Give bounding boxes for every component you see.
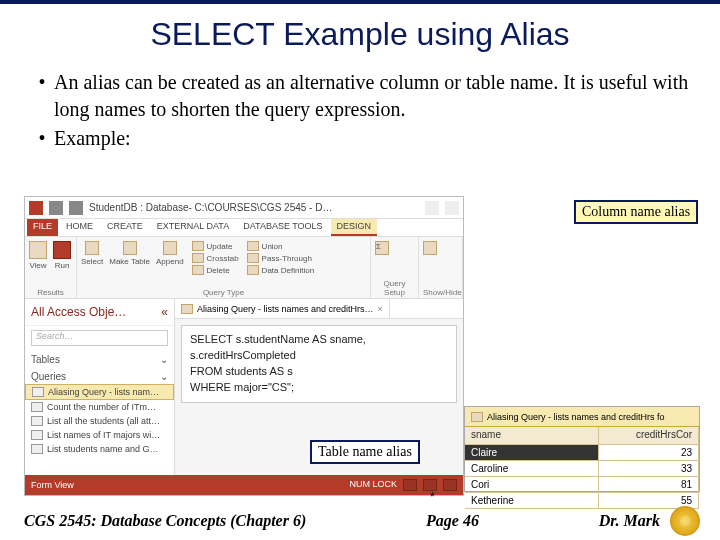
bullet-text: Example:: [54, 125, 690, 152]
result-header-row: sname creditHrsCor: [465, 427, 699, 445]
window-title: StudentDB : Database- C:\COURSES\CGS 254…: [89, 202, 419, 213]
callout-table-alias: Table name alias: [310, 440, 420, 464]
app-icon: [29, 201, 43, 215]
nav-item[interactable]: List names of IT majors wi…: [25, 428, 174, 442]
ribbon-run-button[interactable]: Run: [53, 241, 71, 270]
status-view-mode: Form View: [31, 480, 74, 490]
ribbon-datadef-button[interactable]: Data Definition: [247, 265, 314, 275]
ribbon-group-results: Results: [29, 288, 72, 297]
sql-editor[interactable]: SELECT s.studentName AS sname, s.creditH…: [181, 325, 457, 403]
ribbon-group-query-setup: Query Setup: [375, 279, 414, 297]
result-tab-label: Aliasing Query - lists names and creditH…: [487, 412, 665, 422]
footer-author: Dr. Mark: [599, 512, 660, 530]
sql-line: FROM students AS s: [190, 364, 448, 380]
chevron-down-icon: ⌄: [160, 371, 168, 382]
cell-name: Caroline: [465, 461, 599, 477]
bullet-item: • An alias can be created as an alternat…: [30, 69, 690, 123]
ucf-logo-icon: [670, 506, 700, 536]
result-datasheet: Aliasing Query - lists names and creditH…: [464, 406, 700, 492]
ribbon-crosstab-button[interactable]: Crosstab: [192, 253, 239, 263]
chevron-down-icon: ⌄: [160, 354, 168, 365]
result-col-sname[interactable]: sname: [465, 427, 599, 445]
ribbon-view-button[interactable]: View: [29, 241, 47, 270]
ribbon-make-table-button[interactable]: Make Table: [109, 241, 150, 266]
nav-search-input[interactable]: Search…: [31, 330, 168, 346]
ribbon-passthrough-button[interactable]: Pass-Through: [247, 253, 314, 263]
query-icon: [31, 402, 43, 412]
query-icon: [31, 430, 43, 440]
sql-line: WHERE major="CS";: [190, 380, 448, 396]
query-icon: [181, 304, 193, 314]
new-record-star[interactable]: *: [430, 490, 435, 504]
footer-course: CGS 2545: Database Concepts (Chapter 6): [24, 512, 306, 530]
query-icon: [471, 412, 483, 422]
ribbon-tabs: FILE HOME CREATE EXTERNAL DATA DATABASE …: [25, 219, 463, 237]
query-icon: [31, 444, 43, 454]
cell-value: 81: [599, 477, 699, 493]
cell-value: 23: [599, 445, 699, 461]
view-datasheet-icon[interactable]: [403, 479, 417, 491]
ribbon-select-button[interactable]: Select: [81, 241, 103, 266]
sql-line: SELECT s.studentName AS sname,: [190, 332, 448, 348]
cell-value: 33: [599, 461, 699, 477]
ribbon-group-show-hide: Show/Hide: [423, 288, 458, 297]
qat-undo-icon[interactable]: [69, 201, 83, 215]
nav-group-queries[interactable]: Queries⌄: [25, 367, 174, 384]
bullet-dot: •: [30, 69, 54, 123]
table-row[interactable]: Caroline 33: [465, 461, 699, 477]
footer-page: Page 46: [426, 512, 479, 530]
ribbon-update-button[interactable]: Update: [192, 241, 239, 251]
view-design-icon[interactable]: [443, 479, 457, 491]
nav-item[interactable]: List students name and G…: [25, 442, 174, 456]
tab-home[interactable]: HOME: [60, 219, 99, 236]
help-icon[interactable]: [425, 201, 439, 215]
bullet-item: • Example:: [30, 125, 690, 152]
document-tab[interactable]: Aliasing Query - lists names and creditH…: [175, 299, 390, 318]
bullet-dot: •: [30, 125, 54, 152]
slide-footer: CGS 2545: Database Concepts (Chapter 6) …: [0, 506, 720, 536]
document-tab-label: Aliasing Query - lists names and creditH…: [197, 304, 374, 314]
tab-design[interactable]: DESIGN: [331, 219, 378, 236]
tab-database-tools[interactable]: DATABASE TOOLS: [237, 219, 328, 236]
nav-item-aliasing-query[interactable]: Aliasing Query - lists nam…: [25, 384, 174, 400]
window-title-bar: StudentDB : Database- C:\COURSES\CGS 254…: [25, 197, 463, 219]
sql-line: s.creditHrsCompleted: [190, 348, 448, 364]
qat-save-icon[interactable]: [49, 201, 63, 215]
status-bar: Form View NUM LOCK: [25, 475, 463, 495]
ribbon-delete-button[interactable]: Delete: [192, 265, 239, 275]
slide-title: SELECT Example using Alias: [0, 4, 720, 61]
ribbon-group-query-type: Query Type: [81, 288, 366, 297]
status-numlock: NUM LOCK: [349, 479, 397, 491]
callout-column-alias: Column name alias: [574, 200, 698, 224]
nav-header[interactable]: All Access Obje…: [31, 305, 126, 319]
navigation-pane: All Access Obje… « Search… Tables⌄ Queri…: [25, 299, 175, 475]
query-icon: [31, 416, 43, 426]
tab-create[interactable]: CREATE: [101, 219, 149, 236]
cell-name: Cori: [465, 477, 599, 493]
result-col-credithrs[interactable]: creditHrsCor: [599, 427, 699, 445]
nav-item[interactable]: Count the number of ITm…: [25, 400, 174, 414]
cell-name: Claire: [465, 445, 599, 461]
ribbon-showhide-button[interactable]: [423, 241, 437, 255]
ribbon: View Run Results Select Make Table Appen…: [25, 237, 463, 299]
result-tab[interactable]: Aliasing Query - lists names and creditH…: [465, 407, 699, 427]
table-row[interactable]: Claire 23: [465, 445, 699, 461]
close-icon[interactable]: ×: [378, 304, 383, 314]
nav-group-tables[interactable]: Tables⌄: [25, 350, 174, 367]
ribbon-sigma-icon[interactable]: Σ: [375, 241, 389, 255]
bullet-text: An alias can be created as an alternativ…: [54, 69, 690, 123]
ribbon-append-button[interactable]: Append: [156, 241, 184, 266]
tab-external-data[interactable]: EXTERNAL DATA: [151, 219, 235, 236]
nav-collapse-icon[interactable]: «: [161, 305, 168, 319]
bullet-list: • An alias can be created as an alternat…: [0, 61, 720, 152]
minimize-icon[interactable]: [445, 201, 459, 215]
table-row[interactable]: Cori 81: [465, 477, 699, 493]
query-icon: [32, 387, 44, 397]
ribbon-union-button[interactable]: Union: [247, 241, 314, 251]
nav-item[interactable]: List all the students (all att…: [25, 414, 174, 428]
tab-file[interactable]: FILE: [27, 219, 58, 236]
